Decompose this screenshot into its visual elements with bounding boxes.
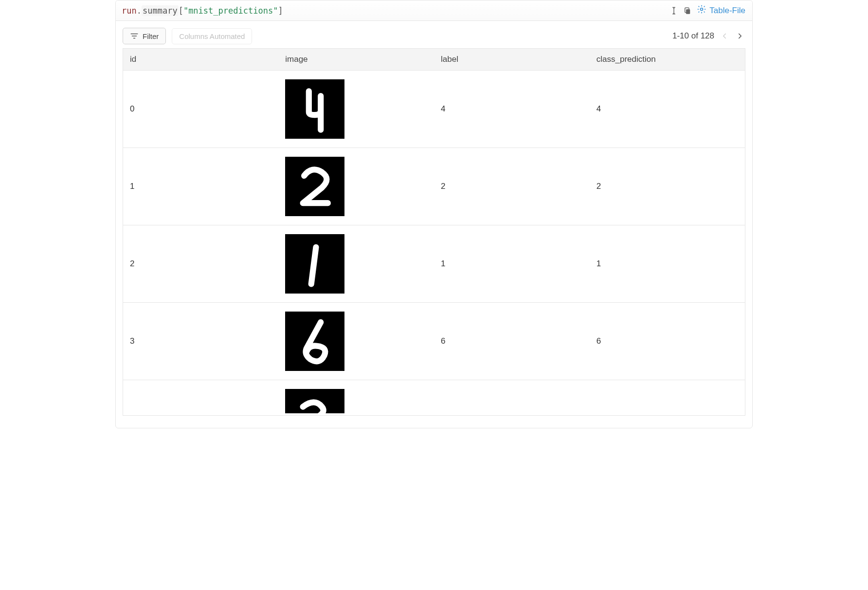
cell-id: 3 — [123, 303, 279, 380]
controls-bar: Filter Columns Automated 1-10 of 128 — [116, 21, 752, 48]
text-cursor-icon[interactable] — [669, 6, 678, 15]
table-row[interactable]: 4 33 — [123, 380, 745, 416]
cell-id: 1 — [123, 148, 279, 225]
mnist-digit-image — [285, 389, 344, 413]
cell-image[interactable] — [278, 225, 434, 303]
predictions-table: id image label class_prediction 0 441 22… — [123, 48, 745, 416]
mnist-digit-image — [285, 234, 344, 294]
code-attr: summary — [142, 5, 179, 16]
code-key: "mnist_predictions" — [183, 6, 278, 16]
cell-class-prediction: 1 — [590, 225, 745, 303]
table-wrapper: id image label class_prediction 0 441 22… — [116, 48, 752, 428]
col-header-class-prediction[interactable]: class_prediction — [590, 49, 745, 71]
table-row[interactable]: 2 11 — [123, 225, 745, 303]
columns-automated-button[interactable]: Columns Automated — [172, 28, 252, 44]
filter-button[interactable]: Filter — [123, 28, 166, 44]
cell-image[interactable] — [278, 380, 434, 416]
code-object: run — [122, 6, 137, 16]
cell-id: 0 — [123, 71, 279, 148]
cell-label: 2 — [434, 148, 590, 225]
cell-class-prediction: 4 — [590, 71, 745, 148]
columns-automated-label: Columns Automated — [179, 32, 245, 40]
col-header-id[interactable]: id — [123, 49, 279, 71]
cell-label: 6 — [434, 303, 590, 380]
cell-label: 1 — [434, 225, 590, 303]
svg-point-2 — [701, 8, 703, 11]
copy-icon[interactable] — [683, 6, 692, 15]
code-bar: run.summary["mnist_predictions"] — [116, 0, 752, 21]
cell-class-prediction: 2 — [590, 148, 745, 225]
table-file-link[interactable]: Table-File — [697, 4, 745, 17]
pagination-range: 1-10 of 128 — [672, 31, 714, 41]
table-header-row: id image label class_prediction — [123, 49, 745, 71]
table-row[interactable]: 3 66 — [123, 303, 745, 380]
mnist-digit-image — [285, 312, 344, 371]
cell-image[interactable] — [278, 71, 434, 148]
col-header-label[interactable]: label — [434, 49, 590, 71]
prev-page-button — [719, 31, 730, 41]
mnist-digit-image — [285, 157, 344, 216]
svg-rect-0 — [686, 9, 690, 14]
filter-icon — [130, 32, 139, 40]
cell-label: 4 — [434, 71, 590, 148]
next-page-button[interactable] — [735, 31, 745, 41]
table-file-label: Table-File — [709, 6, 745, 16]
table-row[interactable]: 0 44 — [123, 71, 745, 148]
svg-rect-4 — [285, 157, 344, 216]
svg-rect-3 — [285, 79, 344, 139]
cell-image[interactable] — [278, 148, 434, 225]
code-expression: run.summary["mnist_predictions"] — [122, 6, 283, 16]
data-panel: run.summary["mnist_predictions"] — [115, 0, 753, 428]
gear-icon — [697, 4, 706, 17]
pagination: 1-10 of 128 — [672, 31, 745, 41]
filter-label: Filter — [143, 32, 159, 40]
cell-id: 2 — [123, 225, 279, 303]
cell-class-prediction: 6 — [590, 303, 745, 380]
mnist-digit-image — [285, 79, 344, 139]
col-header-image[interactable]: image — [278, 49, 434, 71]
code-tools: Table-File — [669, 4, 745, 17]
cell-image[interactable] — [278, 303, 434, 380]
table-row[interactable]: 1 22 — [123, 148, 745, 225]
